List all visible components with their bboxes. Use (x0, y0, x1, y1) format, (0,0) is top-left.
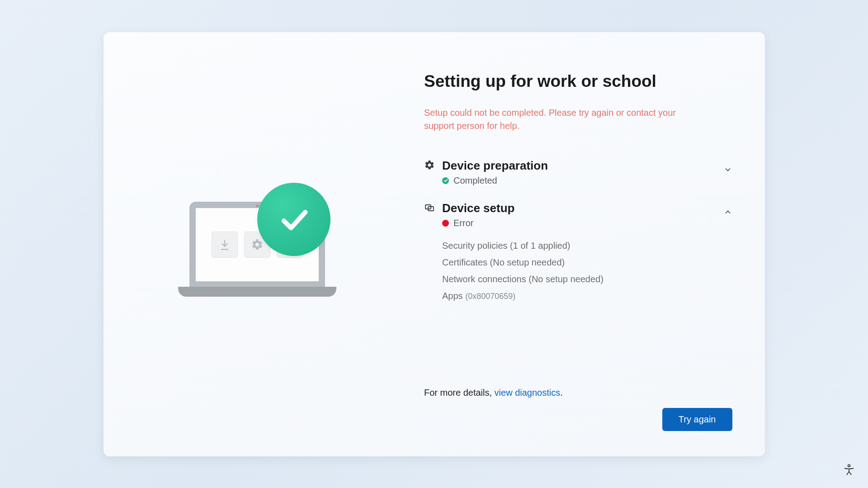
detail-label: Apps (442, 291, 463, 301)
laptop-illustration (177, 181, 338, 308)
download-tile-icon (212, 232, 238, 258)
status-completed-icon (442, 177, 449, 184)
section-title: Device preparation (442, 159, 548, 173)
device-setup-details: Security policies (1 of 1 applied) Certi… (442, 237, 732, 304)
section-header-device-setup[interactable]: Device setup Error (424, 201, 732, 228)
detail-label: Network connections (442, 274, 526, 284)
svg-point-2 (848, 464, 850, 467)
detail-value: (No setup needed) (490, 257, 565, 267)
status-error-icon (442, 220, 449, 227)
diagnostics-prefix: For more details, (424, 388, 495, 398)
status-text: Error (453, 218, 473, 228)
diagnostics-suffix: . (560, 388, 563, 398)
success-check-badge-icon (257, 183, 330, 256)
section-device-setup: Device setup Error Security policies (1 … (424, 201, 732, 304)
detail-network-connections: Network connections (No setup needed) (442, 271, 732, 288)
detail-certificates: Certificates (No setup needed) (442, 254, 732, 271)
chevron-down-icon (723, 165, 732, 176)
content-pane: Setting up for work or school Setup coul… (411, 32, 765, 456)
diagnostics-line: For more details, view diagnostics. (424, 388, 732, 398)
chevron-up-icon (723, 208, 732, 218)
detail-label: Certificates (442, 257, 487, 267)
laptop-base (178, 287, 336, 297)
gear-icon (424, 160, 436, 171)
detail-security-policies: Security policies (1 of 1 applied) (442, 237, 732, 254)
illustration-pane (104, 32, 412, 456)
section-status: Completed (442, 175, 548, 186)
devices-icon (424, 202, 436, 214)
section-device-preparation: Device preparation Completed (424, 159, 732, 186)
detail-value: (1 of 1 applied) (510, 241, 570, 251)
detail-value: (No setup needed) (528, 274, 604, 284)
page-title: Setting up for work or school (424, 72, 732, 91)
status-text: Completed (453, 175, 497, 186)
section-title: Device setup (442, 201, 514, 215)
setup-card: Setting up for work or school Setup coul… (104, 32, 765, 456)
section-status: Error (442, 218, 514, 228)
button-row: Try again (424, 408, 732, 431)
accessibility-icon[interactable] (843, 464, 856, 477)
try-again-button[interactable]: Try again (662, 408, 732, 431)
detail-label: Security policies (442, 241, 508, 251)
view-diagnostics-link[interactable]: view diagnostics (495, 388, 561, 398)
setup-error-message: Setup could not be completed. Please try… (424, 106, 677, 133)
footer: For more details, view diagnostics. Try … (424, 388, 732, 431)
detail-apps: Apps (0x80070659) (442, 288, 732, 304)
section-header-device-preparation[interactable]: Device preparation Completed (424, 159, 732, 186)
detail-value: (0x80070659) (465, 292, 515, 301)
